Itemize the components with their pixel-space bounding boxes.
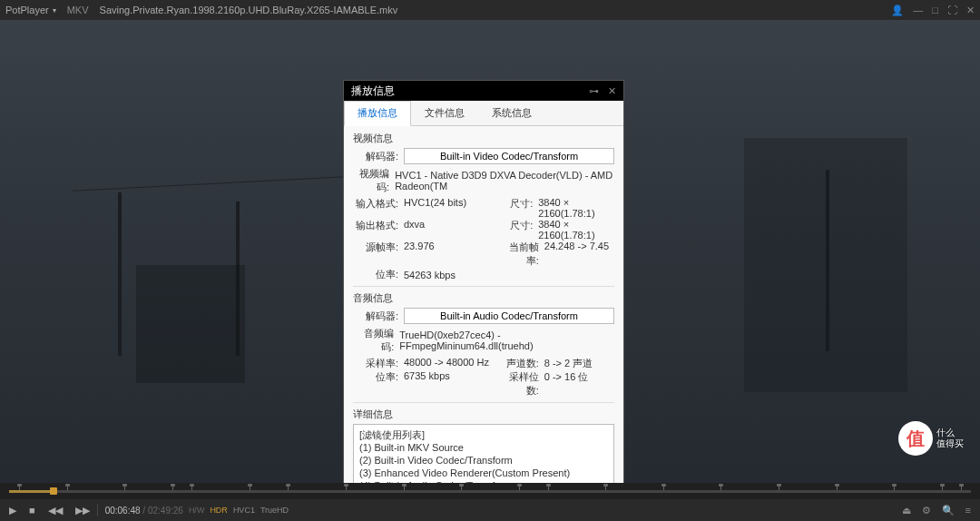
acodec-label: 音频编码: (353, 327, 394, 354)
playlist-icon[interactable]: ≡ (965, 505, 971, 516)
open-icon[interactable]: ⏏ (902, 505, 911, 516)
stop-icon[interactable]: ■ (29, 505, 35, 516)
detail-section-label: 详细信息 (353, 408, 614, 421)
playback-info-dialog: 播放信息 ⊶ ✕ 播放信息 文件信息 系统信息 视频信息 解码器:Built-i… (343, 80, 624, 483)
total-time: 02:49:26 (148, 506, 183, 516)
vinsize-label: 尺寸: (501, 197, 533, 219)
settings-icon[interactable]: ⚙ (922, 505, 931, 516)
audio-section-label: 音频信息 (353, 291, 614, 305)
search-icon[interactable]: 🔍 (942, 505, 955, 516)
vcodec-tag: HVC1 (233, 506, 255, 515)
dialog-tabs: 播放信息 文件信息 系统信息 (344, 101, 623, 126)
vsrcfps-label: 源帧率: (353, 241, 398, 268)
vcurfps-label: 当前帧率: (501, 241, 539, 268)
hw-tag: H/W (189, 506, 205, 515)
vcodec-label: 视频编码: (353, 167, 389, 194)
vsrcfps-value: 23.976 (404, 241, 435, 268)
minimize-icon[interactable]: — (913, 5, 923, 15)
hdr-tag: HDR (210, 506, 228, 515)
abits-value: 0 -> 16 位 (544, 370, 589, 398)
chapter-marks (9, 490, 971, 493)
voutfmt-label: 输出格式: (353, 219, 398, 241)
watermark: 值 什么 值得买 (898, 419, 971, 457)
timeline[interactable] (0, 483, 980, 499)
dialog-body: 视频信息 解码器:Built-in Video Codec/Transform … (344, 126, 623, 483)
dialog-title-bar[interactable]: 播放信息 ⊶ ✕ (344, 81, 623, 101)
file-name: Saving.Private.Ryan.1998.2160p.UHD.BluRa… (100, 5, 892, 15)
timeline-progress (9, 490, 50, 493)
voutfmt-value: dxva (404, 219, 425, 241)
tab-system[interactable]: 系统信息 (478, 101, 545, 125)
vcurfps-value: 24.248 -> 7.45 (544, 241, 609, 268)
voutsize-label: 尺寸: (501, 219, 533, 241)
abitrate-label: 位率: (353, 370, 398, 398)
tab-playback[interactable]: 播放信息 (344, 101, 411, 126)
close-icon[interactable]: ✕ (966, 5, 975, 16)
vcodec-value: HVC1 - Native D3D9 DXVA Decoder(VLD) - A… (395, 170, 614, 192)
file-format: MKV (67, 5, 89, 15)
window-controls: 👤 — □ ⛶ ✕ (891, 5, 975, 16)
prev-icon[interactable]: ◀◀ (48, 505, 63, 516)
app-name[interactable]: PotPlayer ▾ (5, 5, 56, 15)
ach-value: 8 -> 2 声道 (544, 357, 593, 370)
control-bar: ▶ ■ ◀◀ ▶▶ 00:06:48 / 02:49:26 H/W HDR HV… (0, 499, 980, 521)
filter-line: (3) Enhanced Video Renderer(Custom Prese… (359, 467, 608, 479)
vinfmt-value: HVC1(24 bits) (404, 197, 466, 219)
asample-label: 采样率: (353, 357, 398, 370)
dropdown-icon: ▾ (53, 6, 56, 15)
timeline-handle[interactable] (50, 487, 57, 495)
fullscreen-icon[interactable]: ⛶ (947, 5, 957, 15)
ach-label: 声道数: (501, 357, 539, 370)
vbitrate-value: 54263 kbps (404, 270, 456, 280)
play-icon[interactable]: ▶ (9, 505, 16, 516)
vdecoder-value[interactable]: Built-in Video Codec/Transform (404, 148, 614, 164)
watermark-text: 什么 值得买 (936, 428, 964, 449)
acodec-value: TrueHD(0xeb27cec4) - FFmpegMininum64.dll… (399, 329, 614, 351)
vinsize-value: 3840 × 2160(1.78:1) (538, 197, 614, 219)
tab-file[interactable]: 文件信息 (411, 101, 478, 125)
abitrate-value: 6735 kbps (404, 370, 450, 398)
voutsize-value: 3840 × 2160(1.78:1) (538, 219, 614, 241)
current-time: 00:06:48 (105, 506, 141, 516)
vbitrate-label: 位率: (353, 268, 398, 281)
abits-label: 采样位数: (501, 370, 539, 398)
filter-heading: [滤镜使用列表] (359, 428, 608, 441)
video-area[interactable]: 播放信息 ⊶ ✕ 播放信息 文件信息 系统信息 视频信息 解码器:Built-i… (0, 20, 980, 483)
video-section-label: 视频信息 (353, 132, 614, 145)
acodec-tag: TrueHD (260, 506, 289, 515)
pin-icon[interactable]: ⊶ (589, 85, 599, 97)
watermark-logo: 值 (898, 421, 933, 456)
time-separator: / (141, 506, 148, 516)
title-bar: PotPlayer ▾ MKV Saving.Private.Ryan.1998… (0, 0, 980, 20)
timeline-track[interactable] (9, 490, 971, 493)
asample-value: 48000 -> 48000 Hz (404, 357, 489, 370)
thumb-icon[interactable]: 👤 (891, 5, 904, 16)
adecoder-label: 解码器: (353, 310, 398, 323)
maximize-icon[interactable]: □ (932, 5, 938, 15)
app-name-text: PotPlayer (5, 5, 49, 15)
filter-line: (2) Built-in Video Codec/Transform (359, 454, 608, 467)
vinfmt-label: 输入格式: (353, 197, 398, 219)
next-icon[interactable]: ▶▶ (75, 505, 90, 516)
detail-box[interactable]: [滤镜使用列表] (1) Built-in MKV Source (2) Bui… (353, 424, 614, 483)
adecoder-value[interactable]: Built-in Audio Codec/Transform (404, 308, 614, 324)
dialog-close-icon[interactable]: ✕ (608, 85, 616, 97)
dialog-title: 播放信息 (351, 84, 589, 99)
filter-line: (1) Built-in MKV Source (359, 441, 608, 454)
vdecoder-label: 解码器: (353, 150, 398, 163)
